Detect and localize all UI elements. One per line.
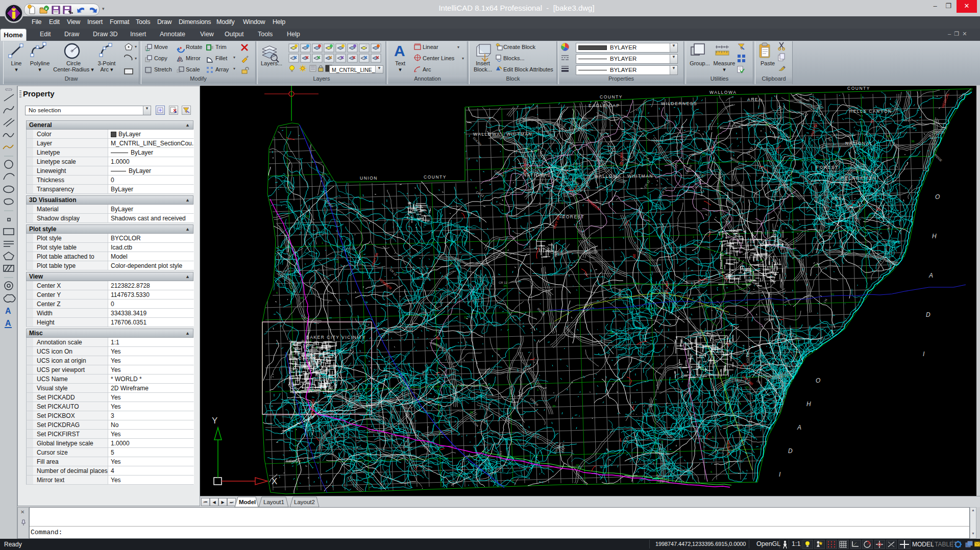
svg-text:1: 1 xyxy=(528,392,530,395)
svg-text:EAGLE CAP: EAGLE CAP xyxy=(589,103,620,108)
svg-text:GULCH: GULCH xyxy=(469,417,479,427)
svg-text:1: 1 xyxy=(537,388,539,391)
svg-text:NATIONAL: NATIONAL xyxy=(523,172,551,178)
svg-text:WILDERNESS: WILDERNESS xyxy=(661,101,697,106)
svg-text:COUNTY: COUNTY xyxy=(600,94,623,99)
svg-text:LN: LN xyxy=(583,271,589,277)
svg-text:HWY 86: HWY 86 xyxy=(620,153,623,166)
svg-text:31: 31 xyxy=(815,264,818,267)
svg-text:Layout1: Layout1 xyxy=(263,499,284,505)
svg-text:36: 36 xyxy=(766,123,769,126)
svg-text:6: 6 xyxy=(276,291,278,294)
svg-text:31: 31 xyxy=(336,260,339,263)
svg-text:LN: LN xyxy=(583,481,589,486)
svg-text:36: 36 xyxy=(470,411,473,414)
svg-text:86: 86 xyxy=(632,254,636,258)
svg-text:POWDER: POWDER xyxy=(523,159,527,175)
svg-text:36: 36 xyxy=(552,405,556,408)
svg-text:36: 36 xyxy=(503,284,507,287)
svg-text:D: D xyxy=(926,311,930,318)
svg-text:RIDGE: RIDGE xyxy=(561,444,565,454)
svg-text:A: A xyxy=(5,319,11,328)
svg-text:LN: LN xyxy=(756,380,762,384)
svg-text:36: 36 xyxy=(449,262,453,265)
svg-text:X: X xyxy=(272,477,277,486)
svg-text:COUNTY: COUNTY xyxy=(424,174,447,180)
svg-text:1: 1 xyxy=(740,402,742,405)
svg-text:31: 31 xyxy=(457,473,460,477)
svg-text:FOREST: FOREST xyxy=(816,165,838,170)
svg-text:CREEK: CREEK xyxy=(494,170,505,178)
svg-text:RIDGE: RIDGE xyxy=(934,153,943,162)
svg-text:6: 6 xyxy=(662,440,664,443)
svg-text:MEDICAL: MEDICAL xyxy=(726,440,730,456)
svg-text:GULCH: GULCH xyxy=(657,480,668,483)
svg-text:Model: Model xyxy=(239,499,256,505)
svg-text:GULCH: GULCH xyxy=(472,136,482,146)
svg-text:31: 31 xyxy=(464,316,468,319)
svg-text:A: A xyxy=(797,424,801,431)
svg-text:POWDER: POWDER xyxy=(311,399,314,416)
svg-text:Y: Y xyxy=(212,416,217,426)
svg-text:36: 36 xyxy=(300,296,304,299)
svg-text:6: 6 xyxy=(549,322,551,326)
svg-text:6: 6 xyxy=(315,346,317,349)
svg-text:CR 12: CR 12 xyxy=(644,179,651,188)
svg-text:RD: RD xyxy=(648,404,653,407)
svg-text:31: 31 xyxy=(355,251,359,254)
svg-text:O: O xyxy=(935,193,940,201)
svg-text:1: 1 xyxy=(322,241,324,244)
svg-text:AREA: AREA xyxy=(747,97,762,102)
svg-text:WALLOWA - WHITMAN: WALLOWA - WHITMAN xyxy=(594,173,653,179)
svg-text:BAKER CITY VICINITY: BAKER CITY VICINITY xyxy=(306,335,366,340)
svg-text:31: 31 xyxy=(527,147,531,150)
svg-text:GULCH: GULCH xyxy=(746,352,749,363)
svg-text:RD: RD xyxy=(422,371,425,376)
svg-text:FS 77: FS 77 xyxy=(499,451,502,460)
svg-text:LN: LN xyxy=(887,226,890,230)
svg-text:36: 36 xyxy=(887,135,890,138)
svg-text:CR 12: CR 12 xyxy=(499,281,508,284)
svg-text:6: 6 xyxy=(710,470,713,473)
svg-text:HELLS CANYON: HELLS CANYON xyxy=(849,109,892,114)
svg-text:36: 36 xyxy=(702,153,705,156)
svg-text:31: 31 xyxy=(831,293,835,296)
svg-text:BAKER CITY: BAKER CITY xyxy=(299,356,332,361)
svg-text:RIDGE: RIDGE xyxy=(618,289,621,298)
svg-text:RECREATION: RECREATION xyxy=(841,176,876,181)
svg-text:86: 86 xyxy=(435,335,440,340)
svg-text:Layout2: Layout2 xyxy=(294,499,315,505)
svg-text:UNION: UNION xyxy=(360,176,378,181)
svg-text:6: 6 xyxy=(671,204,673,207)
svg-text:31: 31 xyxy=(497,347,501,351)
svg-text:36: 36 xyxy=(609,331,613,334)
svg-text:6: 6 xyxy=(587,137,590,140)
svg-text:36: 36 xyxy=(760,259,763,262)
svg-text:COUNTY: COUNTY xyxy=(847,86,870,91)
svg-text:FS 77: FS 77 xyxy=(698,174,705,183)
svg-text:D: D xyxy=(788,447,793,455)
svg-text:A: A xyxy=(928,272,933,279)
svg-text:31: 31 xyxy=(746,386,749,389)
svg-text:NATIONAL: NATIONAL xyxy=(845,141,873,146)
svg-text:31: 31 xyxy=(856,169,860,172)
svg-text:H: H xyxy=(806,401,811,408)
svg-text:31: 31 xyxy=(848,251,851,254)
svg-text:1: 1 xyxy=(693,235,695,238)
svg-text:HWY 86: HWY 86 xyxy=(665,281,669,294)
svg-text:▾: ▾ xyxy=(135,56,137,61)
svg-text:RD: RD xyxy=(827,137,832,142)
svg-text:I: I xyxy=(779,471,781,478)
svg-text:36: 36 xyxy=(306,215,309,218)
svg-text:31: 31 xyxy=(834,151,838,154)
svg-text:36: 36 xyxy=(868,214,872,217)
svg-text:A: A xyxy=(5,307,11,315)
svg-text:Salisbury: Salisbury xyxy=(286,459,301,463)
svg-text:36: 36 xyxy=(857,209,861,212)
svg-text:A: A xyxy=(394,42,405,59)
svg-text:FOREST: FOREST xyxy=(562,214,584,219)
svg-text:WALLOWA: WALLOWA xyxy=(709,90,737,95)
svg-text:CR 12: CR 12 xyxy=(492,276,495,285)
svg-text:I: I xyxy=(923,351,925,358)
svg-text:36: 36 xyxy=(534,149,538,153)
